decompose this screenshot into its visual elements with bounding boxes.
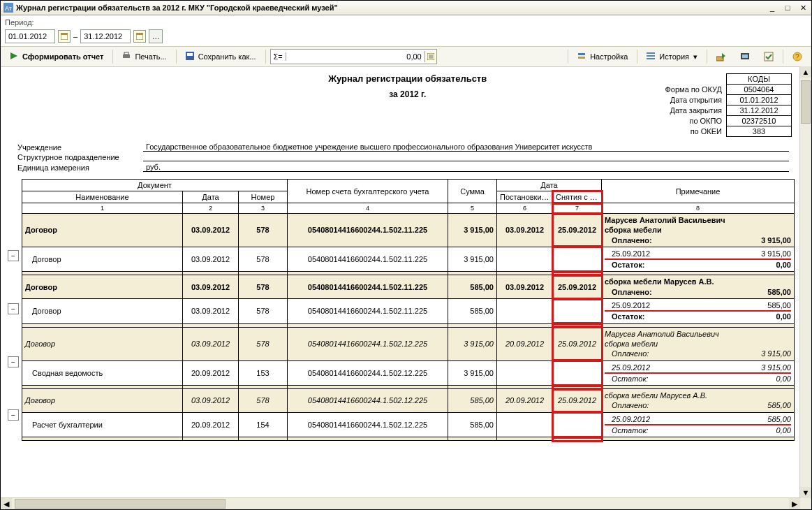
scroll-down-arrow[interactable]: ▼	[800, 487, 811, 498]
info-label: Единица измерения	[17, 163, 143, 172]
sigma-calc-button[interactable]	[425, 51, 436, 62]
calendar-to-button[interactable]	[133, 30, 146, 43]
info-lines: УчреждениеГосударственное образовательно…	[8, 143, 799, 179]
scroll-thumb-v[interactable]	[801, 80, 811, 124]
disk-icon	[186, 52, 195, 61]
cell-date: 20.09.2012	[183, 360, 239, 386]
scroll-left-arrow[interactable]: ◀	[1, 498, 12, 509]
maximize-button[interactable]: □	[782, 3, 793, 13]
cell-account: 05408014416600244.1.502.11.225	[288, 299, 448, 324]
horizontal-scrollbar[interactable]: ◀ ▶	[1, 497, 800, 509]
tool-icon-3[interactable]	[759, 50, 778, 64]
info-value: руб.	[143, 163, 789, 172]
cell-date: 03.09.2012	[183, 275, 239, 299]
save-as-button[interactable]: Сохранить как...	[181, 50, 261, 64]
svg-marker-6	[10, 52, 17, 59]
tool-icon-2[interactable]	[735, 50, 755, 64]
code-value: 31.12.2012	[727, 105, 792, 116]
cell-date: 03.09.2012	[183, 214, 239, 247]
print-button[interactable]: Печать...	[117, 50, 171, 64]
cell-note: Марусев Анатолий Васильевичсборка мебели…	[602, 327, 795, 360]
scroll-up-arrow[interactable]: ▲	[800, 66, 811, 78]
printer-icon	[122, 52, 132, 61]
data-grid[interactable]: Документ Номер счета бухгалтерского учет…	[22, 179, 795, 441]
expand-toggle[interactable]: −	[8, 250, 19, 261]
cell-post: 03.09.2012	[497, 275, 553, 299]
cell-num: 154	[239, 412, 288, 437]
cell-account: 05408014416600244.1.502.12.225	[288, 389, 448, 413]
cell-off: 25.09.2012	[553, 275, 602, 299]
period-more-button[interactable]: …	[149, 29, 163, 43]
cell-post: 20.09.2012	[497, 389, 553, 413]
info-value	[143, 161, 789, 161]
vertical-scrollbar[interactable]: ▲ ▼	[799, 66, 811, 498]
cell-account: 05408014416600244.1.502.12.225	[288, 360, 448, 386]
cell-sum: 3 915,00	[448, 247, 497, 272]
cell-account: 05408014416600244.1.502.11.225	[288, 247, 448, 272]
svg-text:Ат: Ат	[5, 5, 12, 12]
code-label: по ОКПО	[661, 116, 727, 126]
settings-icon	[577, 52, 587, 61]
cell-num: 578	[239, 299, 288, 324]
expand-toggle[interactable]: −	[8, 356, 19, 367]
cell-post: 03.09.2012	[497, 214, 553, 247]
svg-rect-3	[61, 33, 68, 35]
cell-name: Договор	[22, 275, 183, 299]
cell-num: 578	[239, 327, 288, 360]
cell-account: 05408014416600244.1.502.12.225	[288, 327, 448, 360]
cell-num: 578	[239, 214, 288, 247]
info-label: Учреждение	[17, 143, 143, 152]
expand-toggle[interactable]: −	[8, 409, 19, 421]
cell-date: 03.09.2012	[183, 389, 239, 413]
calendar-from-button[interactable]	[58, 30, 71, 43]
cell-off: 25.09.2012	[553, 389, 602, 413]
cell-name: Договор	[22, 214, 183, 247]
form-report-button[interactable]: Сформировать отчет	[5, 50, 108, 64]
cell-num: 578	[239, 275, 288, 299]
svg-rect-18	[647, 55, 655, 57]
date-from-input[interactable]	[5, 29, 55, 43]
titlebar: Ат Журнал регистрации обязательств за 20…	[1, 1, 811, 15]
cell-note: 25.09.2012585,00Остаток:0,00	[602, 299, 795, 324]
cell-name: Договор	[22, 247, 183, 272]
cell-name: Сводная ведомость	[22, 360, 183, 386]
cell-account: 05408014416600244.1.502.12.225	[288, 412, 448, 437]
cell-date: 03.09.2012	[183, 327, 239, 360]
cell-off: 25.09.2012	[553, 214, 602, 247]
cell-sum: 585,00	[448, 412, 497, 437]
period-label: Период:	[1, 15, 811, 29]
cell-post	[497, 299, 553, 324]
code-value: 01.01.2012	[727, 95, 792, 105]
svg-rect-8	[124, 52, 128, 54]
cell-note: 25.09.20123 915,00Остаток:0,00	[602, 360, 795, 386]
minimize-button[interactable]: _	[767, 3, 778, 13]
sigma-box[interactable]: Σ= 0,00	[270, 49, 437, 64]
cell-sum: 585,00	[448, 275, 497, 299]
cell-off	[553, 360, 602, 386]
cell-sum: 3 915,00	[448, 327, 497, 360]
expand-toggle[interactable]: −	[8, 303, 19, 314]
code-label: по ОКЕИ	[661, 126, 727, 137]
cell-num: 578	[239, 247, 288, 272]
sigma-label: Σ=	[271, 52, 286, 61]
close-button[interactable]: ✕	[797, 3, 809, 13]
scroll-thumb-h[interactable]	[15, 499, 226, 509]
help-button[interactable]: ?	[788, 50, 807, 64]
scroll-right-arrow[interactable]: ▶	[789, 498, 800, 509]
cell-account: 05408014416600244.1.502.11.225	[288, 275, 448, 299]
cell-sum: 585,00	[448, 299, 497, 324]
cell-name: Договор	[22, 389, 183, 413]
date-to-input[interactable]	[80, 29, 131, 43]
play-icon	[10, 52, 20, 61]
cell-account: 05408014416600244.1.502.11.225	[288, 214, 448, 247]
cell-post	[497, 247, 553, 272]
tool-icon-1[interactable]	[711, 50, 731, 64]
settings-button[interactable]: Настройка	[573, 50, 633, 64]
cell-note: сборка мебели Марусев А.В.Оплачено:585,0…	[602, 275, 795, 299]
report-title: Журнал регистрации обязательств	[154, 73, 661, 84]
cell-off	[553, 247, 602, 272]
history-button[interactable]: История▾	[642, 50, 702, 64]
svg-rect-24	[765, 52, 773, 61]
code-label: Дата закрытия	[661, 105, 727, 116]
code-value: 02372510	[727, 116, 792, 126]
